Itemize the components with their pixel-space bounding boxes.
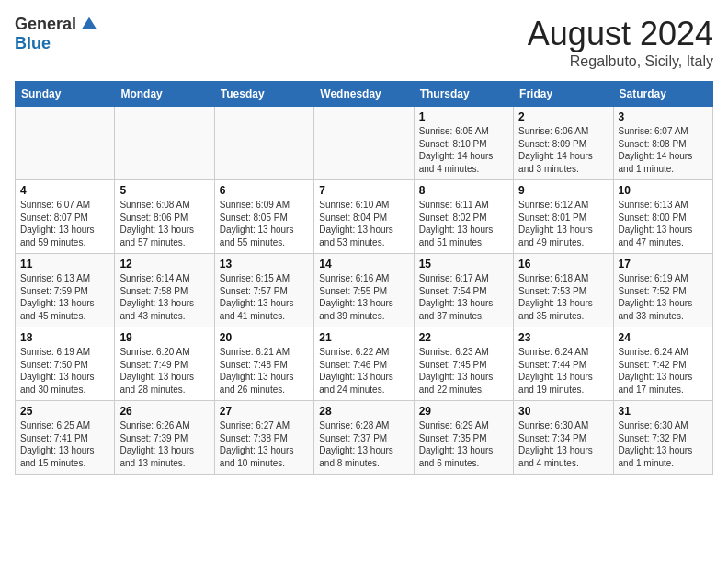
page-header: General Blue August 2024 Regalbuto, Sici… bbox=[15, 15, 713, 70]
day-info: Sunrise: 6:19 AMSunset: 7:50 PMDaylight:… bbox=[20, 346, 109, 396]
day-info: Sunrise: 6:10 AMSunset: 8:04 PMDaylight:… bbox=[319, 199, 408, 248]
day-number: 16 bbox=[518, 258, 608, 270]
day-number: 7 bbox=[319, 184, 408, 197]
day-info: Sunrise: 6:07 AMSunset: 8:07 PMDaylight:… bbox=[20, 199, 109, 248]
weekday-header-row: SundayMondayTuesdayWednesdayThursdayFrid… bbox=[16, 82, 713, 107]
calendar-cell: 6Sunrise: 6:09 AMSunset: 8:05 PMDaylight… bbox=[214, 180, 313, 254]
day-number: 10 bbox=[619, 184, 708, 197]
weekday-header-sunday: Sunday bbox=[16, 82, 115, 107]
day-info: Sunrise: 6:26 AMSunset: 7:39 PMDaylight:… bbox=[119, 419, 209, 469]
calendar-cell: 21Sunrise: 6:22 AMSunset: 7:46 PMDayligh… bbox=[314, 327, 414, 401]
calendar-cell: 7Sunrise: 6:10 AMSunset: 8:04 PMDaylight… bbox=[314, 180, 414, 254]
day-info: Sunrise: 6:18 AMSunset: 7:53 PMDaylight:… bbox=[518, 272, 608, 322]
day-info: Sunrise: 6:13 AMSunset: 7:59 PMDaylight:… bbox=[20, 272, 109, 322]
day-number: 31 bbox=[619, 405, 708, 418]
day-number: 1 bbox=[419, 110, 508, 123]
day-number: 3 bbox=[619, 110, 708, 123]
day-info: Sunrise: 6:17 AMSunset: 7:54 PMDaylight:… bbox=[419, 272, 508, 322]
day-number: 29 bbox=[419, 405, 508, 418]
day-info: Sunrise: 6:14 AMSunset: 7:58 PMDaylight:… bbox=[119, 272, 209, 322]
day-number: 19 bbox=[119, 331, 209, 344]
calendar-week-4: 18Sunrise: 6:19 AMSunset: 7:50 PMDayligh… bbox=[16, 327, 713, 401]
calendar-cell bbox=[314, 107, 414, 180]
location-subtitle: Regalbuto, Sicily, Italy bbox=[528, 53, 713, 70]
calendar-cell: 17Sunrise: 6:19 AMSunset: 7:52 PMDayligh… bbox=[613, 254, 712, 327]
day-info: Sunrise: 6:30 AMSunset: 7:32 PMDaylight:… bbox=[619, 419, 708, 469]
calendar-cell: 9Sunrise: 6:12 AMSunset: 8:01 PMDaylight… bbox=[514, 180, 613, 254]
calendar-cell: 15Sunrise: 6:17 AMSunset: 7:54 PMDayligh… bbox=[414, 254, 513, 327]
month-title: August 2024 bbox=[528, 15, 713, 53]
calendar-cell: 18Sunrise: 6:19 AMSunset: 7:50 PMDayligh… bbox=[16, 327, 115, 401]
logo-icon bbox=[80, 16, 98, 34]
day-number: 11 bbox=[20, 258, 109, 270]
day-info: Sunrise: 6:25 AMSunset: 7:41 PMDaylight:… bbox=[20, 419, 109, 469]
calendar-cell: 11Sunrise: 6:13 AMSunset: 7:59 PMDayligh… bbox=[16, 254, 115, 327]
calendar-cell: 4Sunrise: 6:07 AMSunset: 8:07 PMDaylight… bbox=[16, 180, 115, 254]
calendar-cell: 5Sunrise: 6:08 AMSunset: 8:06 PMDaylight… bbox=[115, 180, 214, 254]
day-info: Sunrise: 6:13 AMSunset: 8:00 PMDaylight:… bbox=[619, 199, 708, 248]
day-number: 23 bbox=[518, 331, 608, 344]
calendar-cell: 2Sunrise: 6:06 AMSunset: 8:09 PMDaylight… bbox=[514, 107, 613, 180]
day-number: 13 bbox=[220, 258, 309, 270]
calendar-cell bbox=[115, 107, 214, 180]
day-number: 30 bbox=[518, 405, 608, 418]
day-number: 24 bbox=[619, 331, 708, 344]
day-info: Sunrise: 6:06 AMSunset: 8:09 PMDaylight:… bbox=[518, 125, 608, 175]
day-number: 26 bbox=[119, 405, 209, 418]
weekday-header-friday: Friday bbox=[514, 82, 613, 107]
day-info: Sunrise: 6:28 AMSunset: 7:37 PMDaylight:… bbox=[319, 419, 408, 469]
calendar-cell: 10Sunrise: 6:13 AMSunset: 8:00 PMDayligh… bbox=[613, 180, 712, 254]
weekday-header-thursday: Thursday bbox=[414, 82, 513, 107]
calendar-cell: 19Sunrise: 6:20 AMSunset: 7:49 PMDayligh… bbox=[115, 327, 214, 401]
calendar-cell: 1Sunrise: 6:05 AMSunset: 8:10 PMDaylight… bbox=[414, 107, 513, 180]
day-number: 4 bbox=[20, 184, 109, 197]
day-info: Sunrise: 6:27 AMSunset: 7:38 PMDaylight:… bbox=[220, 419, 309, 469]
day-info: Sunrise: 6:16 AMSunset: 7:55 PMDaylight:… bbox=[319, 272, 408, 322]
day-number: 20 bbox=[220, 331, 309, 344]
calendar-cell: 26Sunrise: 6:26 AMSunset: 7:39 PMDayligh… bbox=[115, 401, 214, 475]
day-number: 25 bbox=[20, 405, 109, 418]
calendar-cell bbox=[16, 107, 115, 180]
day-info: Sunrise: 6:24 AMSunset: 7:42 PMDaylight:… bbox=[619, 346, 708, 396]
calendar-table: SundayMondayTuesdayWednesdayThursdayFrid… bbox=[15, 81, 713, 475]
day-number: 14 bbox=[319, 258, 408, 270]
calendar-cell: 27Sunrise: 6:27 AMSunset: 7:38 PMDayligh… bbox=[214, 401, 313, 475]
day-number: 18 bbox=[20, 331, 109, 344]
weekday-header-saturday: Saturday bbox=[613, 82, 712, 107]
calendar-cell: 13Sunrise: 6:15 AMSunset: 7:57 PMDayligh… bbox=[214, 254, 313, 327]
calendar-cell: 25Sunrise: 6:25 AMSunset: 7:41 PMDayligh… bbox=[16, 401, 115, 475]
weekday-header-wednesday: Wednesday bbox=[314, 82, 414, 107]
calendar-cell: 24Sunrise: 6:24 AMSunset: 7:42 PMDayligh… bbox=[613, 327, 712, 401]
day-number: 27 bbox=[220, 405, 309, 418]
calendar-cell: 23Sunrise: 6:24 AMSunset: 7:44 PMDayligh… bbox=[514, 327, 613, 401]
calendar-cell: 22Sunrise: 6:23 AMSunset: 7:45 PMDayligh… bbox=[414, 327, 513, 401]
day-info: Sunrise: 6:08 AMSunset: 8:06 PMDaylight:… bbox=[119, 199, 209, 248]
day-number: 5 bbox=[119, 184, 209, 197]
weekday-header-monday: Monday bbox=[115, 82, 214, 107]
calendar-cell: 29Sunrise: 6:29 AMSunset: 7:35 PMDayligh… bbox=[414, 401, 513, 475]
day-info: Sunrise: 6:19 AMSunset: 7:52 PMDaylight:… bbox=[619, 272, 708, 322]
day-info: Sunrise: 6:20 AMSunset: 7:49 PMDaylight:… bbox=[119, 346, 209, 396]
calendar-week-3: 11Sunrise: 6:13 AMSunset: 7:59 PMDayligh… bbox=[16, 254, 713, 327]
day-number: 6 bbox=[220, 184, 309, 197]
day-info: Sunrise: 6:12 AMSunset: 8:01 PMDaylight:… bbox=[518, 199, 608, 248]
calendar-cell: 8Sunrise: 6:11 AMSunset: 8:02 PMDaylight… bbox=[414, 180, 513, 254]
day-number: 2 bbox=[518, 110, 608, 123]
day-info: Sunrise: 6:05 AMSunset: 8:10 PMDaylight:… bbox=[419, 125, 508, 175]
day-number: 22 bbox=[419, 331, 508, 344]
day-info: Sunrise: 6:11 AMSunset: 8:02 PMDaylight:… bbox=[419, 199, 508, 248]
logo-blue-text: Blue bbox=[15, 34, 51, 53]
day-info: Sunrise: 6:29 AMSunset: 7:35 PMDaylight:… bbox=[419, 419, 508, 469]
calendar-cell bbox=[214, 107, 313, 180]
day-info: Sunrise: 6:23 AMSunset: 7:45 PMDaylight:… bbox=[419, 346, 508, 396]
day-number: 21 bbox=[319, 331, 408, 344]
calendar-cell: 28Sunrise: 6:28 AMSunset: 7:37 PMDayligh… bbox=[314, 401, 414, 475]
calendar-cell: 12Sunrise: 6:14 AMSunset: 7:58 PMDayligh… bbox=[115, 254, 214, 327]
calendar-cell: 20Sunrise: 6:21 AMSunset: 7:48 PMDayligh… bbox=[214, 327, 313, 401]
svg-marker-0 bbox=[82, 17, 97, 29]
calendar-cell: 14Sunrise: 6:16 AMSunset: 7:55 PMDayligh… bbox=[314, 254, 414, 327]
day-number: 12 bbox=[119, 258, 209, 270]
day-info: Sunrise: 6:22 AMSunset: 7:46 PMDaylight:… bbox=[319, 346, 408, 396]
calendar-week-5: 25Sunrise: 6:25 AMSunset: 7:41 PMDayligh… bbox=[16, 401, 713, 475]
day-info: Sunrise: 6:07 AMSunset: 8:08 PMDaylight:… bbox=[619, 125, 708, 175]
